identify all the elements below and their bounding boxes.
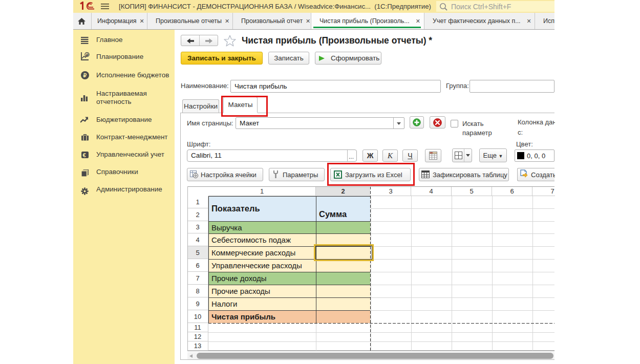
svg-text:₽: ₽ [86, 53, 89, 57]
svg-text:₽: ₽ [83, 72, 87, 78]
svg-text:€: € [82, 152, 86, 158]
